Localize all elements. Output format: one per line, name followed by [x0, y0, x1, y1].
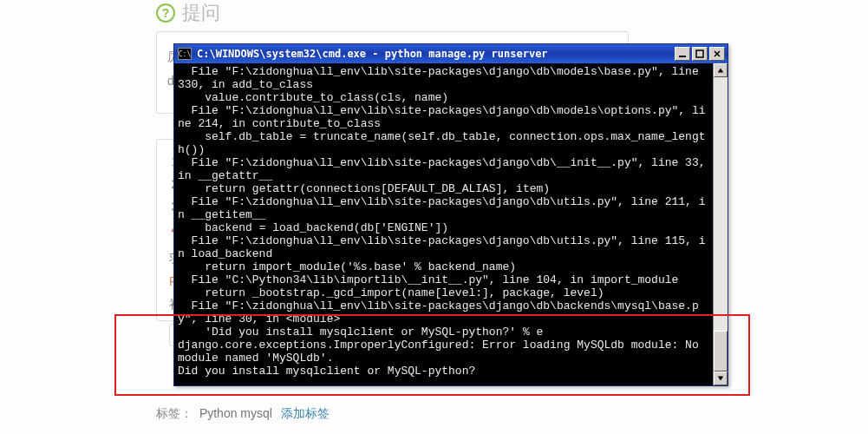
close-icon: [713, 49, 721, 58]
chevron-down-icon: [717, 375, 724, 382]
svg-rect-1: [696, 50, 703, 57]
question-mark-icon: ?: [156, 3, 175, 23]
minimize-icon: [678, 49, 687, 58]
page-background: ? 提问 厉 d 羽 P 衫 📎 标签： Python mysql 添加标签 C…: [0, 0, 868, 434]
tags-values: Python mysql: [199, 406, 272, 420]
close-button[interactable]: [709, 47, 725, 61]
terminal-area: File "F:\zidonghua\ll_env\lib\site-packa…: [174, 63, 728, 385]
window-title: C:\WINDOWS\system32\cmd.exe - python man…: [197, 48, 669, 60]
scroll-thumb[interactable]: [714, 331, 728, 372]
svg-marker-4: [718, 69, 723, 73]
scroll-down-button[interactable]: [714, 372, 728, 385]
chevron-up-icon: [717, 67, 724, 74]
heading-text: 提问: [182, 0, 220, 26]
add-tag-link[interactable]: 添加标签: [281, 406, 330, 420]
window-buttons: [675, 47, 725, 61]
minimize-button[interactable]: [675, 47, 690, 61]
titlebar[interactable]: C:\ C:\WINDOWS\system32\cmd.exe - python…: [174, 44, 728, 63]
vertical-scrollbar[interactable]: [713, 63, 728, 385]
terminal-output[interactable]: File "F:\zidonghua\ll_env\lib\site-packa…: [174, 63, 713, 385]
cmd-icon: C:\: [178, 48, 192, 60]
scroll-up-button[interactable]: [714, 63, 728, 77]
tags-label: 标签：: [156, 406, 193, 420]
cmd-window: C:\ C:\WINDOWS\system32\cmd.exe - python…: [173, 43, 728, 386]
svg-marker-5: [718, 377, 723, 381]
svg-rect-0: [679, 56, 686, 57]
tags-row: 标签： Python mysql 添加标签: [156, 406, 330, 422]
maximize-button[interactable]: [692, 47, 708, 61]
question-heading: ? 提问: [156, 0, 220, 26]
scroll-track[interactable]: [714, 77, 728, 372]
maximize-icon: [695, 49, 704, 58]
